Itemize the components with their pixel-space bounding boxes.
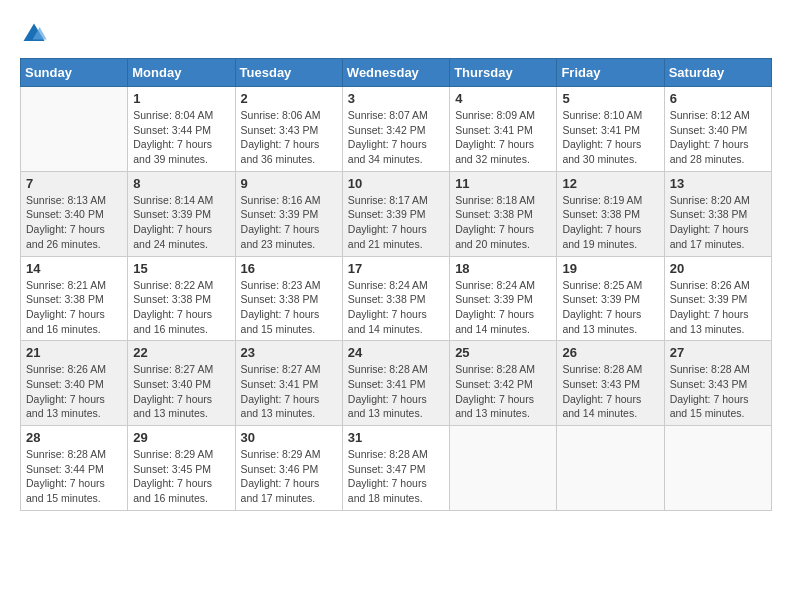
day-number: 20 bbox=[670, 261, 766, 276]
calendar-day-cell: 24Sunrise: 8:28 AM Sunset: 3:41 PM Dayli… bbox=[342, 341, 449, 426]
calendar-day-header: Saturday bbox=[664, 59, 771, 87]
calendar-day-cell: 17Sunrise: 8:24 AM Sunset: 3:38 PM Dayli… bbox=[342, 256, 449, 341]
logo bbox=[20, 20, 52, 48]
day-number: 27 bbox=[670, 345, 766, 360]
calendar-day-cell: 3Sunrise: 8:07 AM Sunset: 3:42 PM Daylig… bbox=[342, 87, 449, 172]
day-info: Sunrise: 8:26 AM Sunset: 3:39 PM Dayligh… bbox=[670, 278, 766, 337]
calendar-day-cell bbox=[664, 426, 771, 511]
day-number: 16 bbox=[241, 261, 337, 276]
day-number: 4 bbox=[455, 91, 551, 106]
day-number: 23 bbox=[241, 345, 337, 360]
calendar-day-cell: 16Sunrise: 8:23 AM Sunset: 3:38 PM Dayli… bbox=[235, 256, 342, 341]
day-info: Sunrise: 8:17 AM Sunset: 3:39 PM Dayligh… bbox=[348, 193, 444, 252]
day-number: 26 bbox=[562, 345, 658, 360]
day-number: 7 bbox=[26, 176, 122, 191]
day-info: Sunrise: 8:04 AM Sunset: 3:44 PM Dayligh… bbox=[133, 108, 229, 167]
calendar-day-header: Wednesday bbox=[342, 59, 449, 87]
calendar-day-cell: 4Sunrise: 8:09 AM Sunset: 3:41 PM Daylig… bbox=[450, 87, 557, 172]
day-info: Sunrise: 8:27 AM Sunset: 3:41 PM Dayligh… bbox=[241, 362, 337, 421]
calendar-day-cell: 20Sunrise: 8:26 AM Sunset: 3:39 PM Dayli… bbox=[664, 256, 771, 341]
calendar-day-cell: 18Sunrise: 8:24 AM Sunset: 3:39 PM Dayli… bbox=[450, 256, 557, 341]
calendar-week-row: 28Sunrise: 8:28 AM Sunset: 3:44 PM Dayli… bbox=[21, 426, 772, 511]
calendar-week-row: 14Sunrise: 8:21 AM Sunset: 3:38 PM Dayli… bbox=[21, 256, 772, 341]
calendar-day-cell: 6Sunrise: 8:12 AM Sunset: 3:40 PM Daylig… bbox=[664, 87, 771, 172]
calendar-day-header: Friday bbox=[557, 59, 664, 87]
calendar-week-row: 21Sunrise: 8:26 AM Sunset: 3:40 PM Dayli… bbox=[21, 341, 772, 426]
calendar-day-cell: 7Sunrise: 8:13 AM Sunset: 3:40 PM Daylig… bbox=[21, 171, 128, 256]
day-number: 30 bbox=[241, 430, 337, 445]
calendar-day-cell: 5Sunrise: 8:10 AM Sunset: 3:41 PM Daylig… bbox=[557, 87, 664, 172]
day-number: 8 bbox=[133, 176, 229, 191]
calendar-day-cell: 22Sunrise: 8:27 AM Sunset: 3:40 PM Dayli… bbox=[128, 341, 235, 426]
day-info: Sunrise: 8:28 AM Sunset: 3:43 PM Dayligh… bbox=[562, 362, 658, 421]
day-info: Sunrise: 8:25 AM Sunset: 3:39 PM Dayligh… bbox=[562, 278, 658, 337]
day-info: Sunrise: 8:19 AM Sunset: 3:38 PM Dayligh… bbox=[562, 193, 658, 252]
day-info: Sunrise: 8:07 AM Sunset: 3:42 PM Dayligh… bbox=[348, 108, 444, 167]
calendar-day-cell bbox=[450, 426, 557, 511]
calendar-day-cell: 1Sunrise: 8:04 AM Sunset: 3:44 PM Daylig… bbox=[128, 87, 235, 172]
day-number: 21 bbox=[26, 345, 122, 360]
day-number: 6 bbox=[670, 91, 766, 106]
day-info: Sunrise: 8:14 AM Sunset: 3:39 PM Dayligh… bbox=[133, 193, 229, 252]
calendar-week-row: 7Sunrise: 8:13 AM Sunset: 3:40 PM Daylig… bbox=[21, 171, 772, 256]
day-info: Sunrise: 8:06 AM Sunset: 3:43 PM Dayligh… bbox=[241, 108, 337, 167]
page-header bbox=[20, 20, 772, 48]
day-number: 15 bbox=[133, 261, 229, 276]
calendar-day-cell bbox=[557, 426, 664, 511]
calendar-day-cell: 26Sunrise: 8:28 AM Sunset: 3:43 PM Dayli… bbox=[557, 341, 664, 426]
day-info: Sunrise: 8:27 AM Sunset: 3:40 PM Dayligh… bbox=[133, 362, 229, 421]
day-number: 10 bbox=[348, 176, 444, 191]
calendar-day-header: Monday bbox=[128, 59, 235, 87]
day-number: 3 bbox=[348, 91, 444, 106]
calendar-day-cell: 2Sunrise: 8:06 AM Sunset: 3:43 PM Daylig… bbox=[235, 87, 342, 172]
day-number: 5 bbox=[562, 91, 658, 106]
day-number: 28 bbox=[26, 430, 122, 445]
calendar-header-row: SundayMondayTuesdayWednesdayThursdayFrid… bbox=[21, 59, 772, 87]
day-number: 14 bbox=[26, 261, 122, 276]
day-number: 25 bbox=[455, 345, 551, 360]
calendar-day-cell: 27Sunrise: 8:28 AM Sunset: 3:43 PM Dayli… bbox=[664, 341, 771, 426]
calendar-day-cell bbox=[21, 87, 128, 172]
calendar-day-header: Thursday bbox=[450, 59, 557, 87]
day-info: Sunrise: 8:29 AM Sunset: 3:46 PM Dayligh… bbox=[241, 447, 337, 506]
day-number: 2 bbox=[241, 91, 337, 106]
day-number: 31 bbox=[348, 430, 444, 445]
day-number: 18 bbox=[455, 261, 551, 276]
calendar-day-header: Sunday bbox=[21, 59, 128, 87]
day-info: Sunrise: 8:12 AM Sunset: 3:40 PM Dayligh… bbox=[670, 108, 766, 167]
day-info: Sunrise: 8:22 AM Sunset: 3:38 PM Dayligh… bbox=[133, 278, 229, 337]
calendar-day-cell: 13Sunrise: 8:20 AM Sunset: 3:38 PM Dayli… bbox=[664, 171, 771, 256]
calendar-day-header: Tuesday bbox=[235, 59, 342, 87]
calendar-day-cell: 9Sunrise: 8:16 AM Sunset: 3:39 PM Daylig… bbox=[235, 171, 342, 256]
day-info: Sunrise: 8:10 AM Sunset: 3:41 PM Dayligh… bbox=[562, 108, 658, 167]
day-number: 12 bbox=[562, 176, 658, 191]
day-info: Sunrise: 8:28 AM Sunset: 3:42 PM Dayligh… bbox=[455, 362, 551, 421]
day-number: 17 bbox=[348, 261, 444, 276]
day-info: Sunrise: 8:28 AM Sunset: 3:43 PM Dayligh… bbox=[670, 362, 766, 421]
day-info: Sunrise: 8:09 AM Sunset: 3:41 PM Dayligh… bbox=[455, 108, 551, 167]
day-info: Sunrise: 8:28 AM Sunset: 3:44 PM Dayligh… bbox=[26, 447, 122, 506]
calendar-day-cell: 19Sunrise: 8:25 AM Sunset: 3:39 PM Dayli… bbox=[557, 256, 664, 341]
day-info: Sunrise: 8:13 AM Sunset: 3:40 PM Dayligh… bbox=[26, 193, 122, 252]
day-number: 9 bbox=[241, 176, 337, 191]
day-number: 13 bbox=[670, 176, 766, 191]
calendar-day-cell: 14Sunrise: 8:21 AM Sunset: 3:38 PM Dayli… bbox=[21, 256, 128, 341]
calendar-table: SundayMondayTuesdayWednesdayThursdayFrid… bbox=[20, 58, 772, 511]
calendar-day-cell: 15Sunrise: 8:22 AM Sunset: 3:38 PM Dayli… bbox=[128, 256, 235, 341]
calendar-day-cell: 25Sunrise: 8:28 AM Sunset: 3:42 PM Dayli… bbox=[450, 341, 557, 426]
day-number: 11 bbox=[455, 176, 551, 191]
day-info: Sunrise: 8:18 AM Sunset: 3:38 PM Dayligh… bbox=[455, 193, 551, 252]
day-info: Sunrise: 8:24 AM Sunset: 3:39 PM Dayligh… bbox=[455, 278, 551, 337]
day-info: Sunrise: 8:28 AM Sunset: 3:47 PM Dayligh… bbox=[348, 447, 444, 506]
calendar-day-cell: 23Sunrise: 8:27 AM Sunset: 3:41 PM Dayli… bbox=[235, 341, 342, 426]
calendar-day-cell: 31Sunrise: 8:28 AM Sunset: 3:47 PM Dayli… bbox=[342, 426, 449, 511]
calendar-day-cell: 30Sunrise: 8:29 AM Sunset: 3:46 PM Dayli… bbox=[235, 426, 342, 511]
day-number: 24 bbox=[348, 345, 444, 360]
day-number: 22 bbox=[133, 345, 229, 360]
day-number: 19 bbox=[562, 261, 658, 276]
day-info: Sunrise: 8:29 AM Sunset: 3:45 PM Dayligh… bbox=[133, 447, 229, 506]
day-number: 1 bbox=[133, 91, 229, 106]
calendar-day-cell: 10Sunrise: 8:17 AM Sunset: 3:39 PM Dayli… bbox=[342, 171, 449, 256]
calendar-week-row: 1Sunrise: 8:04 AM Sunset: 3:44 PM Daylig… bbox=[21, 87, 772, 172]
day-info: Sunrise: 8:21 AM Sunset: 3:38 PM Dayligh… bbox=[26, 278, 122, 337]
